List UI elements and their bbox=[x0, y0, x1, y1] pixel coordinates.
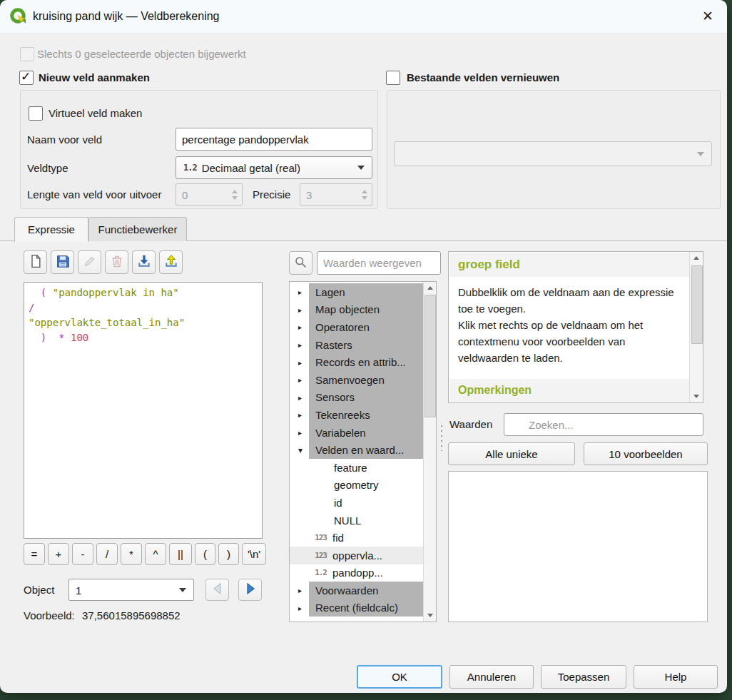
chevron-right-icon[interactable]: ▸ bbox=[298, 376, 302, 384]
help-button[interactable]: Help bbox=[634, 665, 718, 689]
feature-combo-value: 1 bbox=[76, 584, 81, 596]
tree-item-label: geometry bbox=[334, 479, 379, 491]
trash-icon bbox=[110, 254, 124, 270]
feature-combo[interactable]: 1 bbox=[68, 579, 194, 601]
tree-field-oppervla[interactable]: 123oppervla... bbox=[290, 547, 424, 564]
help-panel: groep field Dubbelklik om de veldnaam aa… bbox=[448, 251, 703, 403]
help-group-title: groep field bbox=[449, 253, 690, 277]
update-existing-checkbox[interactable] bbox=[386, 71, 400, 85]
new-field-checkbox[interactable] bbox=[19, 71, 34, 85]
tree-item-label: feature bbox=[334, 462, 367, 474]
operator-concat-button[interactable]: || bbox=[169, 543, 192, 565]
chevron-right-icon[interactable]: ▸ bbox=[298, 587, 302, 594]
tree-group-sensors[interactable]: ▸Sensors bbox=[290, 389, 424, 407]
scroll-down-icon[interactable] bbox=[690, 390, 703, 402]
help-scroll-thumb[interactable] bbox=[691, 265, 703, 344]
tree-item-geometry[interactable]: geometry bbox=[290, 477, 424, 494]
chevron-right-icon[interactable]: ▸ bbox=[298, 393, 302, 401]
tree-item-label: Variabelen bbox=[315, 427, 366, 439]
tree-item-id[interactable]: id bbox=[290, 494, 424, 512]
values-list[interactable] bbox=[448, 471, 708, 622]
scroll-down-icon[interactable] bbox=[424, 609, 436, 622]
chevron-right-icon[interactable]: ▸ bbox=[298, 341, 302, 349]
chevron-right-icon[interactable]: ▸ bbox=[298, 288, 302, 296]
expression-line: "oppervlakte_totaal_in_ha" bbox=[29, 315, 258, 330]
next-feature-button[interactable] bbox=[238, 579, 262, 601]
tree-group-map-objecten[interactable]: ▸Map objecten bbox=[290, 301, 424, 319]
annuleren-button[interactable]: Annuleren bbox=[449, 665, 534, 689]
tree-item-label: Sensors bbox=[315, 391, 355, 403]
expression-editor[interactable]: ( "pandoppervlak in ha"/"oppervlakte_tot… bbox=[24, 282, 263, 539]
chevron-right-icon[interactable]: ▸ bbox=[298, 358, 302, 366]
help-scrollbar[interactable] bbox=[689, 252, 703, 402]
export-expression-button[interactable] bbox=[159, 250, 183, 274]
search-icon bbox=[294, 255, 307, 271]
tree-group-tekenreeks[interactable]: ▸Tekenreeks bbox=[290, 406, 424, 424]
decimal-type-icon: 1.2 bbox=[183, 163, 197, 173]
chevron-right-icon[interactable]: ▸ bbox=[298, 411, 302, 419]
operator-close-paren-button[interactable]: ) bbox=[218, 543, 239, 565]
tree-group-rasters[interactable]: ▸Rasters bbox=[290, 336, 424, 354]
operator-plus-button[interactable]: + bbox=[48, 543, 69, 565]
new-expression-button[interactable] bbox=[24, 250, 47, 274]
edit-expression-button bbox=[78, 250, 101, 274]
tree-field-fid[interactable]: 123fid bbox=[290, 529, 424, 547]
tree-scrollbar[interactable] bbox=[423, 282, 436, 622]
panel-splitter[interactable] bbox=[441, 425, 442, 451]
toepassen-button[interactable]: Toepassen bbox=[541, 665, 626, 689]
tree-item-label: Voorwaarden bbox=[315, 584, 378, 597]
pencil-icon bbox=[83, 254, 97, 270]
tree-item-null[interactable]: NULL bbox=[290, 512, 424, 529]
samples-button[interactable]: 10 voorbeelden bbox=[584, 442, 708, 465]
chevron-right-icon[interactable]: ▸ bbox=[298, 604, 302, 612]
chevron-right-icon[interactable]: ▸ bbox=[298, 429, 302, 437]
chevron-down-icon[interactable]: ▾ bbox=[298, 445, 303, 455]
operator-equals-button[interactable]: = bbox=[24, 543, 45, 565]
tree-group-voorwaarden[interactable]: ▸Voorwaarden bbox=[290, 582, 424, 599]
tree-group-recent-fieldcalc[interactable]: ▸Recent (fieldcalc) bbox=[290, 599, 424, 617]
operator-newline-button[interactable]: '\n' bbox=[242, 543, 266, 565]
field-type-dropdown[interactable]: 1.2 Decimaal getal (real) bbox=[176, 156, 372, 179]
field-name-input[interactable] bbox=[176, 128, 372, 151]
operator-power-button[interactable]: ^ bbox=[145, 543, 166, 565]
search-filter-button[interactable] bbox=[289, 251, 312, 275]
save-expression-button[interactable] bbox=[51, 250, 74, 274]
tree-item-label: NULL bbox=[334, 514, 361, 527]
scroll-up-icon[interactable] bbox=[690, 252, 703, 264]
tree-item-feature[interactable]: feature bbox=[290, 459, 424, 477]
tree-group-samenvoegen[interactable]: ▸Samenvoegen bbox=[290, 371, 424, 389]
operator-button-row: =+-/*^||()'\n' bbox=[24, 543, 266, 565]
values-search-input[interactable] bbox=[504, 413, 703, 436]
ok-button[interactable]: OK bbox=[357, 665, 442, 689]
tree-group-records-en-attrib[interactable]: ▸Records en attrib... bbox=[290, 353, 424, 371]
arrow-right-icon bbox=[244, 582, 257, 597]
tree-field-pandopp[interactable]: 1.2pandopp... bbox=[290, 564, 424, 582]
chevron-right-icon[interactable]: ▸ bbox=[298, 323, 302, 331]
import-icon bbox=[137, 254, 151, 270]
operator-open-paren-button[interactable]: ( bbox=[195, 543, 215, 565]
tree-group-operatoren[interactable]: ▸Operatoren bbox=[290, 318, 424, 336]
field-name-label: Naam voor veld bbox=[27, 133, 102, 146]
tab-expressie[interactable]: Expressie bbox=[14, 217, 88, 242]
virtual-field-checkbox[interactable] bbox=[29, 106, 43, 121]
field-calculator-dialog: kruising pand wijk — Veldberekening ✕ Sl… bbox=[0, 0, 727, 693]
tab-functiebewerker[interactable]: Functiebewerker bbox=[88, 217, 187, 241]
tree-item-label: id bbox=[334, 497, 342, 509]
operator-multiply-button[interactable]: * bbox=[121, 543, 142, 565]
close-icon[interactable]: ✕ bbox=[697, 6, 718, 27]
tree-group-variabelen[interactable]: ▸Variabelen bbox=[290, 424, 424, 442]
operator-divide-button[interactable]: / bbox=[96, 543, 118, 565]
tree-group-lagen[interactable]: ▸Lagen bbox=[290, 283, 424, 301]
export-icon bbox=[164, 254, 178, 270]
import-expression-button[interactable] bbox=[132, 250, 156, 274]
scroll-up-icon[interactable] bbox=[424, 282, 436, 294]
tree-scroll-thumb[interactable] bbox=[425, 295, 436, 417]
all-unique-button[interactable]: Alle unieke bbox=[448, 442, 575, 465]
operator-minus-button[interactable]: - bbox=[72, 543, 93, 565]
delete-expression-button bbox=[105, 250, 128, 274]
only-selected-label: Slechts 0 geselecteerde objecten bijgewe… bbox=[37, 48, 246, 60]
tree-group-velden-en-waard[interactable]: ▾Velden en waard... bbox=[290, 441, 424, 459]
tree-item-label: Samenvoegen bbox=[315, 374, 385, 386]
chevron-right-icon[interactable]: ▸ bbox=[298, 305, 302, 313]
values-toggle-input[interactable] bbox=[317, 251, 441, 275]
